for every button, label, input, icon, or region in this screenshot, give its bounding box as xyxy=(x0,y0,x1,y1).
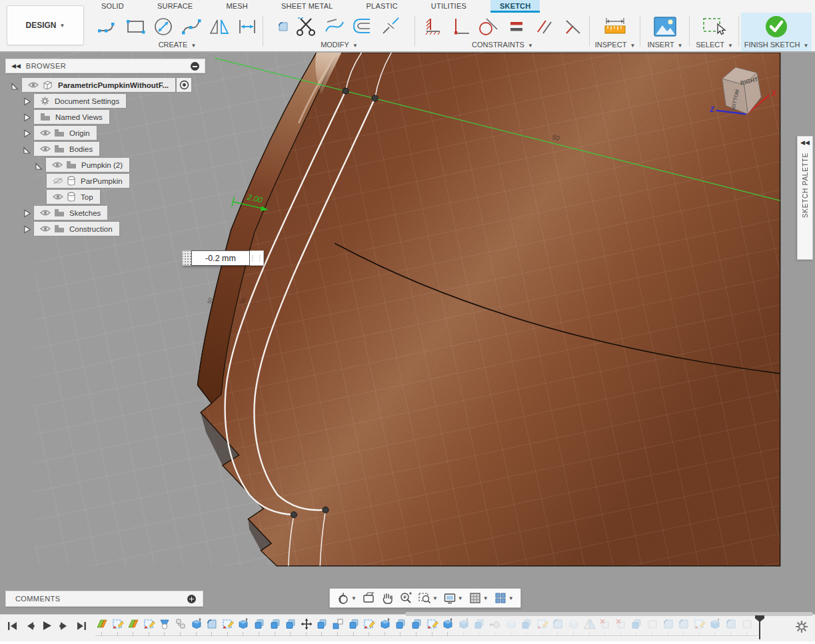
timeline-feature-combine[interactable] xyxy=(394,617,407,631)
timeline-feature-sketch[interactable] xyxy=(426,617,439,631)
tangent-icon[interactable] xyxy=(477,15,500,38)
timeline-settings-gear-icon[interactable] xyxy=(794,619,809,637)
finish-check-icon[interactable] xyxy=(764,15,788,39)
expand-node-icon[interactable] xyxy=(23,113,31,121)
timeline-feature-combine[interactable] xyxy=(520,617,533,631)
timeline-feature-extrude[interactable] xyxy=(379,617,392,631)
mirror-icon[interactable] xyxy=(208,15,231,38)
chevron-down-icon[interactable]: ▼ xyxy=(483,595,488,601)
nav-orbit-button[interactable]: ▼ xyxy=(334,590,359,606)
finish-dropdown-label[interactable]: FINISH SKETCH▼ xyxy=(741,41,812,49)
dimension-more-menu[interactable]: ⋮⋮ xyxy=(250,250,264,266)
chevron-down-icon[interactable]: ▼ xyxy=(458,595,463,601)
fillet-icon[interactable] xyxy=(277,20,290,33)
timeline-feature-combine[interactable] xyxy=(269,617,282,631)
timeline-feature-sketch[interactable] xyxy=(221,617,235,631)
modify-dropdown-label[interactable]: MODIFY▼ xyxy=(265,41,413,49)
timeline-play-button[interactable] xyxy=(41,620,53,631)
tab-solid[interactable]: SOLID xyxy=(92,0,133,13)
browser-row-content[interactable]: Document Settings xyxy=(34,94,126,108)
spline-edit-icon[interactable] xyxy=(323,15,346,38)
tab-utilities[interactable]: UTILITIES xyxy=(422,0,476,13)
expand-node-icon[interactable] xyxy=(23,224,31,233)
timeline-feature-box-outline[interactable] xyxy=(740,617,754,631)
timeline-feature-sketch[interactable] xyxy=(693,617,706,631)
timeline-scrollbar[interactable] xyxy=(405,612,813,616)
timeline-feature-sketch[interactable] xyxy=(363,617,376,631)
browser-row-content[interactable]: Named Views xyxy=(34,110,109,124)
browser-row-content[interactable]: Top xyxy=(47,190,100,204)
timeline-feature-extrude[interactable] xyxy=(457,617,470,631)
nav-grid-display-button[interactable]: ▼ xyxy=(466,590,491,606)
equal-icon[interactable] xyxy=(505,15,528,38)
timeline-skip-end-button[interactable] xyxy=(75,621,87,631)
timeline-feature-fillet[interactable] xyxy=(724,617,738,631)
look-at-icon[interactable] xyxy=(362,591,375,605)
timeline-feature-combine[interactable] xyxy=(284,617,297,631)
display-settings-icon[interactable] xyxy=(443,591,456,605)
dimension-icon[interactable] xyxy=(236,15,259,38)
browser-header[interactable]: ◀◀ BROWSER xyxy=(5,59,205,73)
constraints-dropdown-label[interactable]: CONSTRAINTS▼ xyxy=(417,41,588,49)
browser-row-content[interactable]: Bodies xyxy=(34,142,99,156)
timeline-feature-sketch[interactable] xyxy=(111,617,125,631)
spline-icon[interactable] xyxy=(180,15,203,38)
dimension-drag-handle[interactable] xyxy=(182,250,191,266)
timeline-feature-mirror-feat[interactable] xyxy=(583,617,596,631)
timeline-feature-plane[interactable] xyxy=(95,617,109,631)
expand-node-icon[interactable] xyxy=(23,97,31,105)
tab-sketch[interactable]: SKETCH xyxy=(490,0,540,13)
activate-component-icon[interactable] xyxy=(177,78,191,92)
browser-row-named-views[interactable]: Named Views xyxy=(23,110,109,124)
tab-surface[interactable]: SURFACE xyxy=(148,0,202,13)
timeline-feature-pattern[interactable] xyxy=(331,617,345,631)
add-comment-icon[interactable] xyxy=(187,595,196,603)
browser-row-content[interactable]: Sketches xyxy=(34,206,107,220)
rectangle-icon[interactable] xyxy=(124,15,147,38)
insert-dropdown-label[interactable]: INSERT▼ xyxy=(642,41,688,49)
horizontal-vertical-icon[interactable] xyxy=(449,15,472,38)
timeline-step-back-button[interactable] xyxy=(25,621,35,631)
nav-look-at-button[interactable] xyxy=(359,590,378,606)
nav-viewports-button[interactable]: ▼ xyxy=(491,590,516,606)
orbit-icon[interactable] xyxy=(337,591,350,605)
timeline-feature-combine[interactable] xyxy=(347,617,361,631)
timeline-feature-fillet[interactable] xyxy=(677,617,690,631)
tab-sheet-metal[interactable]: SHEET METAL xyxy=(272,0,343,13)
timeline-feature-box[interactable] xyxy=(567,617,580,631)
expand-node-icon[interactable] xyxy=(23,129,31,137)
timeline-feature-move[interactable] xyxy=(300,617,313,631)
timeline-feature-box[interactable] xyxy=(504,617,518,631)
tab-plastic[interactable]: PLASTIC xyxy=(357,0,407,13)
timeline-playhead[interactable] xyxy=(755,615,764,640)
browser-row-top[interactable]: Top xyxy=(47,190,100,204)
browser-row-content[interactable]: Construction xyxy=(34,222,119,236)
nav-pan-button[interactable] xyxy=(378,590,397,606)
browser-row-content[interactable]: ParametricPumpkinWithoutF... xyxy=(22,78,175,92)
timeline-feature-plane[interactable] xyxy=(127,617,140,631)
browser-row-origin[interactable]: Origin xyxy=(23,126,97,140)
browser-row-document-settings[interactable]: Document Settings xyxy=(23,94,126,108)
image-icon[interactable] xyxy=(653,16,677,37)
eye-visible-icon[interactable] xyxy=(40,225,51,232)
comments-bar[interactable]: COMMENTS xyxy=(5,591,203,607)
parallel-icon[interactable] xyxy=(533,15,556,38)
expand-palette-icon[interactable]: ◀◀ xyxy=(800,140,810,146)
sketch-palette-tab[interactable]: ◀◀ SKETCH PALETTE xyxy=(797,136,813,260)
perpendicular-icon[interactable] xyxy=(561,15,584,38)
browser-row-pumpkin-2[interactable]: Pumpkin (2) xyxy=(35,158,129,172)
timeline-feature-combine[interactable] xyxy=(410,617,423,631)
pan-icon[interactable] xyxy=(381,591,394,605)
grid-display-icon[interactable] xyxy=(468,591,482,605)
line-icon[interactable] xyxy=(96,15,119,38)
timeline-feature-extrude[interactable] xyxy=(237,617,250,631)
eye-visible-icon[interactable] xyxy=(52,161,63,168)
timeline-feature-sketch[interactable] xyxy=(536,617,549,631)
eye-hidden-icon[interactable] xyxy=(53,177,63,184)
timeline-feature-combine[interactable] xyxy=(472,617,486,631)
timeline-step-forward-button[interactable] xyxy=(59,621,69,631)
timeline-feature-fillet[interactable] xyxy=(205,617,219,631)
select-dropdown-label[interactable]: SELECT▼ xyxy=(692,41,737,49)
timeline-feature-box-outline[interactable] xyxy=(646,617,659,631)
nav-zoom-button[interactable] xyxy=(397,590,415,606)
